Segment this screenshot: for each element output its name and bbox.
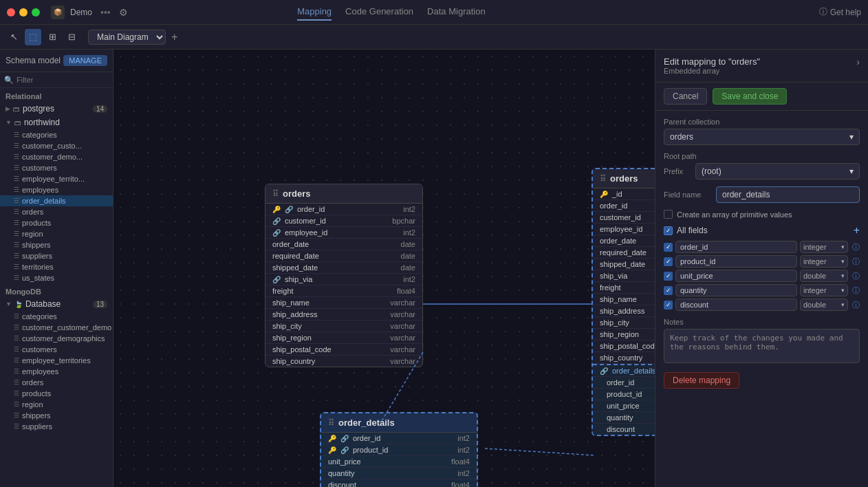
- canvas[interactable]: ⠿ orders 🔑 🔗 order_id int2 🔗 customer_id…: [113, 50, 655, 487]
- manage-button[interactable]: MANAGE: [63, 55, 107, 66]
- mapping-row-unit-price: ✓ unit_price double▾ ⓘ: [664, 270, 860, 282]
- type-select-discount[interactable]: double▾: [800, 299, 848, 311]
- primitive-checkbox-label: Create an array of primitive values: [677, 210, 792, 219]
- sidebar-item-us-states[interactable]: ☰ us_states: [0, 272, 113, 283]
- sidebar-item-territories[interactable]: ☰ territories: [0, 261, 113, 272]
- right-panel-header: Edit mapping to "orders" Embedded array …: [655, 50, 868, 83]
- sidebar-item-suppliers[interactable]: ☰ suppliers: [0, 250, 113, 261]
- mapping-name-quantity: quantity: [675, 284, 797, 296]
- info-icon-order-id[interactable]: ⓘ: [852, 242, 860, 252]
- prefix-select[interactable]: (root) ▾: [695, 163, 860, 180]
- connect-tool[interactable]: ⊞: [44, 29, 61, 45]
- type-select-quantity[interactable]: integer▾: [800, 284, 848, 296]
- sidebar-item-customer-demo[interactable]: ☰ customer_demo...: [0, 151, 113, 162]
- db-group-northwind: ▼ 🗃 northwind ☰ categories ☰ customer_cu…: [0, 116, 113, 283]
- pointer-tool[interactable]: ↖: [6, 29, 22, 45]
- save-close-button[interactable]: Save and close: [713, 88, 787, 105]
- gear-icon[interactable]: ⚙: [119, 7, 128, 18]
- sidebar-item-customer-custo[interactable]: ☰ customer_custo...: [0, 140, 113, 151]
- mapping-row-product-id: ✓ product_id integer▾ ⓘ: [664, 255, 860, 268]
- tab-data-migration[interactable]: Data Migration: [427, 3, 486, 21]
- key-icon: 🔑: [328, 446, 336, 454]
- sidebar-item-mongo-suppliers[interactable]: ☰ suppliers: [0, 421, 113, 432]
- orders-card-right[interactable]: ⠿ orders 🔑 _id object_id order_id intege…: [592, 168, 655, 436]
- add-field-button[interactable]: +: [854, 224, 860, 237]
- table-row: ship_via integer: [593, 270, 655, 282]
- tab-mapping[interactable]: Mapping: [297, 3, 332, 21]
- table-row: 🔗 ship_via int2: [265, 274, 422, 285]
- type-select-order-id[interactable]: integer▾: [800, 241, 848, 253]
- maximize-button[interactable]: [32, 8, 40, 17]
- sidebar-item-categories[interactable]: ☰ categories: [0, 129, 113, 140]
- all-fields-checkbox[interactable]: ✓: [664, 226, 673, 235]
- sidebar-item-mongo-region[interactable]: ☰ region: [0, 399, 113, 410]
- cancel-button[interactable]: Cancel: [664, 88, 707, 105]
- sidebar-item-employees[interactable]: ☰ employees: [0, 184, 113, 195]
- mapping-name-unit-price: unit_price: [675, 270, 797, 282]
- sidebar-item-mongo-emp-terr[interactable]: ☰ employee_territories: [0, 355, 113, 366]
- minimize-button[interactable]: [19, 8, 28, 17]
- mapping-checkbox-discount[interactable]: ✓: [664, 301, 673, 310]
- table-icon: ☰: [14, 274, 19, 281]
- db-mongodb-header[interactable]: ▼ 🍃 Database 13: [0, 297, 113, 311]
- sidebar-item-order-details[interactable]: ☰ order_details: [0, 195, 113, 206]
- order-details-card[interactable]: ⠿ order_details 🔑 🔗 order_id int2 🔑 🔗 pr…: [320, 412, 478, 487]
- primitive-checkbox-row[interactable]: Create an array of primitive values: [664, 210, 860, 219]
- svg-line-1: [485, 448, 595, 455]
- sidebar-item-mongo-employees[interactable]: ☰ employees: [0, 366, 113, 377]
- table-row: discount float4: [321, 479, 477, 487]
- sidebar-item-mongo-demographics[interactable]: ☰ customer_demographics: [0, 333, 113, 344]
- orders-card-left-header: ⠿ orders: [265, 184, 422, 204]
- sidebar-item-employee-territo[interactable]: ☰ employee_territo...: [0, 173, 113, 184]
- help-button[interactable]: ⓘ Get help: [819, 6, 861, 18]
- app-menu-dots[interactable]: •••: [100, 7, 111, 18]
- field-name-input[interactable]: [716, 186, 860, 203]
- order-details-title: order_details: [338, 418, 395, 428]
- parent-collection-select[interactable]: orders ▾: [664, 129, 860, 145]
- sidebar-item-mongo-products[interactable]: ☰ products: [0, 388, 113, 399]
- mapping-checkbox-product-id[interactable]: ✓: [664, 257, 673, 266]
- sidebar-item-mongo-shippers[interactable]: ☰ shippers: [0, 410, 113, 421]
- sidebar-item-mongo-customer-demo[interactable]: ☰ customer_customer_demo: [0, 322, 113, 333]
- delete-mapping-button[interactable]: Delete mapping: [664, 372, 739, 389]
- mapping-name-order-id: order_id: [675, 241, 797, 253]
- diagram-selector[interactable]: Main Diagram: [88, 30, 166, 45]
- sidebar-item-mongo-orders[interactable]: ☰ orders: [0, 377, 113, 388]
- titlebar: 📦 Demo ••• ⚙ Mapping Code Generation Dat…: [0, 0, 868, 25]
- chevron-down-icon: ▼: [6, 119, 12, 126]
- primitive-checkbox[interactable]: [664, 210, 673, 219]
- filter-input[interactable]: [17, 76, 111, 84]
- notes-textarea[interactable]: Keep track of the changes you made and t…: [664, 329, 860, 363]
- mapping-checkbox-order-id[interactable]: ✓: [664, 243, 673, 252]
- mapping-checkbox-unit-price[interactable]: ✓: [664, 272, 673, 281]
- collapse-panel-button[interactable]: ›: [856, 56, 860, 67]
- table-row: quantity int2: [321, 468, 477, 479]
- table-row: 🔑 🔗 order_id int2: [321, 433, 477, 444]
- info-icon-unit-price[interactable]: ⓘ: [852, 271, 860, 281]
- sidebar-item-customers[interactable]: ☰ customers: [0, 162, 113, 173]
- add-diagram-button[interactable]: +: [171, 31, 177, 43]
- info-icon-discount[interactable]: ⓘ: [852, 300, 860, 310]
- table-row: unit_price double: [593, 400, 655, 412]
- link-icon: 🔗: [600, 367, 608, 375]
- sidebar-item-products[interactable]: ☰ products: [0, 217, 113, 228]
- table-row: 🔑 _id object_id: [593, 188, 655, 200]
- orders-card-left[interactable]: ⠿ orders 🔑 🔗 order_id int2 🔗 customer_id…: [265, 184, 423, 367]
- tab-code-generation[interactable]: Code Generation: [345, 3, 413, 21]
- db-northwind-header[interactable]: ▼ 🗃 northwind: [0, 116, 113, 129]
- sidebar-item-shippers[interactable]: ☰ shippers: [0, 239, 113, 250]
- db-group-postgres: ▶ 🗃 postgres 14: [0, 102, 113, 116]
- sidebar-item-region[interactable]: ☰ region: [0, 228, 113, 239]
- layout-tool[interactable]: ⊟: [63, 29, 80, 45]
- type-select-unit-price[interactable]: double▾: [800, 270, 848, 282]
- select-tool[interactable]: ⬚: [25, 29, 41, 45]
- sidebar-item-mongo-categories[interactable]: ☰ categories: [0, 311, 113, 322]
- mapping-checkbox-quantity[interactable]: ✓: [664, 286, 673, 295]
- sidebar-item-orders[interactable]: ☰ orders: [0, 206, 113, 217]
- db-postgres-header[interactable]: ▶ 🗃 postgres 14: [0, 102, 113, 116]
- info-icon-product-id[interactable]: ⓘ: [852, 257, 860, 267]
- close-button[interactable]: [7, 8, 15, 17]
- sidebar-item-mongo-customers[interactable]: ☰ customers: [0, 344, 113, 355]
- info-icon-quantity[interactable]: ⓘ: [852, 285, 860, 296]
- type-select-product-id[interactable]: integer▾: [800, 255, 848, 268]
